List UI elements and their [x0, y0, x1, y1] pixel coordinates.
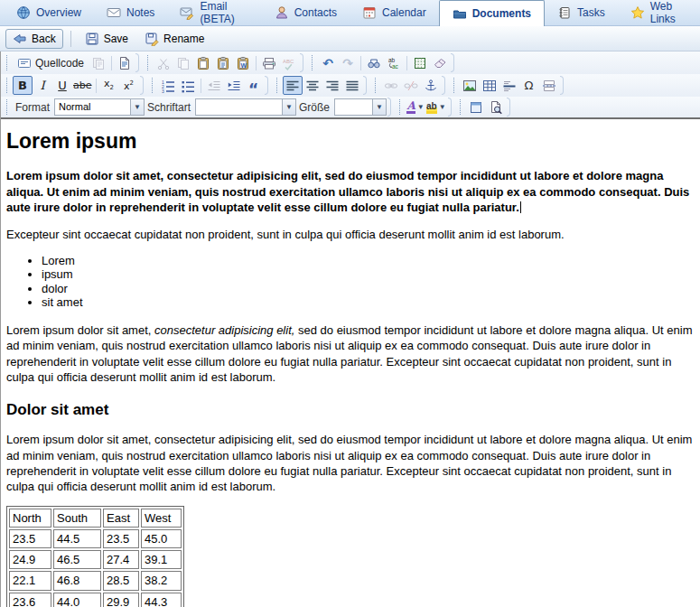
paste-from-word-button[interactable]: W	[233, 53, 253, 72]
envelope-icon	[107, 5, 121, 20]
table-cell: 23.5	[9, 529, 51, 548]
chevron-down-icon: ▼	[439, 103, 446, 111]
text-cursor	[520, 201, 521, 213]
back-arrow-icon	[13, 32, 27, 46]
group-end	[507, 98, 510, 117]
unlink-button[interactable]	[401, 76, 421, 95]
ordered-list-button[interactable]: 123	[158, 76, 178, 95]
italic-button[interactable]: I	[33, 76, 52, 95]
tab-contacts[interactable]: Contacts	[262, 0, 350, 25]
undo-button[interactable]: ↶	[318, 53, 338, 72]
rename-icon	[145, 32, 159, 46]
size-select[interactable]: ▼	[334, 98, 387, 116]
new-page-button[interactable]	[115, 53, 135, 72]
back-label: Back	[32, 33, 56, 45]
preview-button[interactable]	[486, 98, 506, 117]
horizontal-rule-button[interactable]	[499, 76, 519, 95]
tab-web-links[interactable]: Web Links	[618, 0, 700, 25]
align-right-button[interactable]	[322, 76, 342, 95]
table-header-cell: East	[103, 509, 139, 528]
tab-notes[interactable]: Notes	[94, 0, 167, 25]
decrease-indent-icon	[207, 79, 221, 93]
bold-button[interactable]: B	[13, 76, 33, 95]
list-item: ipsum	[42, 267, 693, 281]
save-icon	[85, 32, 99, 46]
toolbar-separator	[360, 56, 361, 70]
image-button[interactable]	[460, 76, 480, 95]
document-heading-1: Lorem ipsum	[6, 127, 693, 154]
back-button[interactable]: Back	[5, 29, 63, 49]
rename-button[interactable]: Rename	[138, 30, 210, 48]
table-header-cell: South	[53, 509, 101, 528]
paragraph-with-italic: Lorem ipsum dolor sit amet, consectetur …	[6, 322, 693, 385]
table-icon	[482, 79, 497, 93]
table-header-row: North South East West	[9, 509, 182, 528]
print-button[interactable]	[259, 53, 279, 72]
group-end	[135, 53, 139, 72]
superscript-button[interactable]: x2	[119, 76, 139, 95]
document-editing-area[interactable]: Lorem ipsum Lorem ipsum dolor sit amet, …	[1, 119, 700, 607]
unordered-list-button[interactable]	[178, 76, 198, 95]
toolbar-separator	[406, 56, 407, 70]
table-button[interactable]	[480, 76, 499, 95]
toolbar-separator	[96, 79, 97, 93]
rich-text-editor: Quellcode W ABC ↶ ↷ abac	[0, 51, 700, 607]
table-cell: 22.1	[9, 571, 51, 590]
cut-icon	[156, 56, 171, 70]
tab-calendar[interactable]: Calendar	[350, 0, 439, 25]
tab-tasks[interactable]: Tasks	[545, 0, 618, 25]
editor-toolbar-row-3: Format Normal ▼ Schriftart ▼ Größe ▼ A▼ …	[1, 97, 700, 119]
format-select[interactable]: Normal ▼	[54, 98, 145, 116]
spell-check-button[interactable]: ABC	[279, 53, 299, 72]
font-select[interactable]: ▼	[195, 98, 296, 116]
align-left-icon	[285, 79, 300, 93]
align-center-button[interactable]	[303, 76, 322, 95]
tab-overview[interactable]: Overview	[4, 0, 94, 25]
chevron-down-icon: ▼	[130, 99, 144, 115]
strikethrough-button[interactable]: abe	[72, 76, 93, 95]
link-icon	[384, 79, 398, 93]
background-color-button[interactable]: ab▼	[425, 98, 447, 117]
find-button[interactable]	[364, 53, 384, 72]
special-character-button[interactable]: Ω	[519, 76, 539, 95]
svg-text:ab: ab	[388, 56, 396, 62]
increase-indent-button[interactable]	[224, 76, 244, 95]
select-all-button[interactable]	[410, 53, 430, 72]
link-button[interactable]	[381, 76, 401, 95]
strikethrough-icon: abe	[73, 80, 92, 90]
anchor-button[interactable]	[421, 76, 441, 95]
tab-documents[interactable]: Documents	[439, 0, 545, 26]
find-icon	[367, 56, 381, 70]
text-color-icon: A	[406, 100, 415, 114]
remove-format-button[interactable]	[430, 53, 450, 72]
source-button[interactable]: Quellcode	[13, 53, 89, 72]
paste-plain-text-button[interactable]	[213, 53, 233, 72]
redo-button[interactable]: ↷	[338, 53, 358, 72]
blockquote-button[interactable]: “	[244, 76, 264, 95]
justify-button[interactable]	[342, 76, 362, 95]
ordered-list-icon: 123	[161, 79, 175, 93]
replace-button[interactable]: abac	[384, 53, 404, 72]
toolbar-grip	[152, 78, 154, 93]
paste-button[interactable]	[193, 53, 213, 72]
page-break-button[interactable]	[539, 76, 559, 95]
cut-button[interactable]	[154, 53, 173, 72]
copy-button[interactable]	[173, 53, 193, 72]
toolbar-grip	[276, 78, 279, 93]
save-button[interactable]: Save	[79, 30, 135, 48]
templates-button[interactable]	[89, 53, 108, 72]
group-end	[387, 98, 391, 117]
decrease-indent-button[interactable]	[204, 76, 224, 95]
table-cell: 45.0	[141, 529, 182, 548]
text-color-button[interactable]: A▼	[406, 98, 425, 117]
tab-email[interactable]: Email (BETA)	[167, 0, 261, 25]
subscript-button[interactable]: x2	[99, 76, 119, 95]
table-row: 23.5 44.5 23.5 45.0	[9, 529, 182, 548]
replace-icon: abac	[387, 56, 401, 70]
underline-button[interactable]: U	[52, 76, 72, 95]
list-item: dolor	[42, 282, 693, 295]
group-end	[363, 76, 367, 95]
new-page-icon	[117, 56, 132, 70]
maximize-button[interactable]	[466, 98, 486, 117]
align-left-button[interactable]	[283, 76, 303, 95]
